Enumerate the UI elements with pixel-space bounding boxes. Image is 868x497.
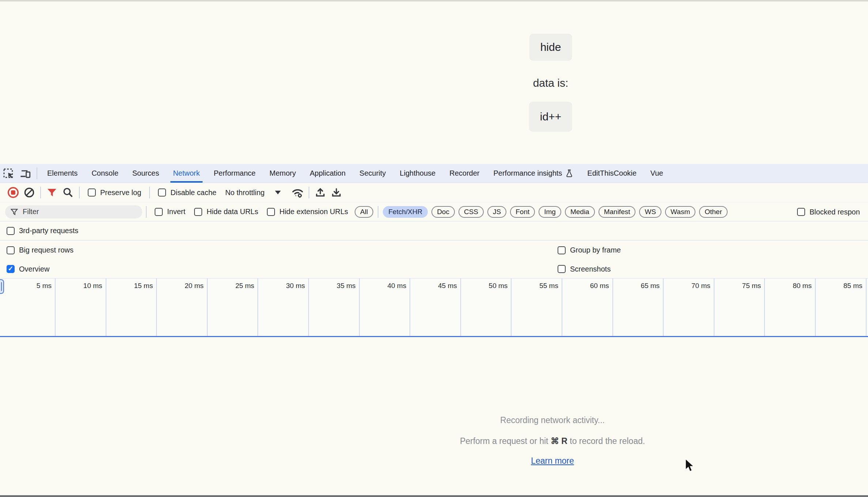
type-filter-doc[interactable]: Doc xyxy=(431,206,455,218)
overview-drag-handle[interactable] xyxy=(0,279,4,294)
third-party-checkbox[interactable] xyxy=(7,227,15,235)
type-filter-css[interactable]: CSS xyxy=(458,206,484,218)
preserve-log-checkbox[interactable] xyxy=(88,188,96,197)
tab-console[interactable]: Console xyxy=(84,164,125,183)
overview-bottom-border xyxy=(0,336,868,337)
clear-network-log-button[interactable] xyxy=(21,184,37,201)
type-filter-media[interactable]: Media xyxy=(565,206,595,218)
tab-security[interactable]: Security xyxy=(352,164,393,183)
data-is-label: data is: xyxy=(533,77,569,89)
disable-cache-checkbox[interactable] xyxy=(158,188,166,197)
ruler-tick-label: 10 ms xyxy=(83,279,106,336)
ruler-tick-label: 85 ms xyxy=(844,279,866,336)
inspect-element-button[interactable] xyxy=(0,164,17,183)
toolbar-separator xyxy=(149,187,150,198)
network-conditions-button[interactable] xyxy=(290,184,306,201)
type-filter-other[interactable]: Other xyxy=(699,206,728,218)
throttling-select[interactable]: No throttling xyxy=(225,188,281,197)
type-filter-wasm[interactable]: Wasm xyxy=(665,206,695,218)
type-filter-js[interactable]: JS xyxy=(487,206,506,218)
type-filter-img[interactable]: Img xyxy=(539,206,561,218)
flask-icon xyxy=(565,169,573,178)
tab-sources[interactable]: Sources xyxy=(125,164,166,183)
hide-data-urls-checkbox[interactable] xyxy=(194,208,202,216)
type-filter-fetch-xhr[interactable]: Fetch/XHR xyxy=(383,206,428,218)
export-har-button[interactable] xyxy=(328,184,344,201)
panel-tabs: ElementsConsoleSourcesNetworkPerformance… xyxy=(40,164,670,183)
big-request-rows-option[interactable]: Big request rows xyxy=(7,246,73,254)
type-filter-all[interactable]: All xyxy=(355,206,373,218)
ruler-cell: 70 ms xyxy=(664,279,714,336)
tab-performance-insights[interactable]: Performance insights xyxy=(486,164,580,183)
group-by-frame-checkbox[interactable] xyxy=(558,246,566,254)
type-filter-ws[interactable]: WS xyxy=(639,206,661,218)
filter-input[interactable]: Filter xyxy=(5,205,142,218)
group-by-frame-option[interactable]: Group by frame xyxy=(558,240,621,260)
tab-label: Elements xyxy=(47,169,78,178)
network-overview-timeline[interactable]: 5 ms10 ms15 ms20 ms25 ms30 ms35 ms40 ms4… xyxy=(0,278,868,336)
ruler-cell: 40 ms xyxy=(360,279,411,336)
ruler-tick-label: 20 ms xyxy=(185,279,207,336)
wifi-gear-icon xyxy=(291,186,304,199)
increment-id-button[interactable]: id++ xyxy=(529,102,572,132)
screenshots-checkbox[interactable] xyxy=(558,265,566,273)
type-filter-font[interactable]: Font xyxy=(510,206,535,218)
ruler-tick-label: 40 ms xyxy=(387,279,410,336)
chevron-down-icon xyxy=(275,191,281,194)
inspect-cursor-icon xyxy=(3,168,14,179)
tab-application[interactable]: Application xyxy=(303,164,352,183)
toolbar-separator xyxy=(309,187,309,198)
import-har-button[interactable] xyxy=(312,184,328,201)
hide-data-urls-label: Hide data URLs xyxy=(207,208,258,216)
tab-elements[interactable]: Elements xyxy=(40,164,84,183)
toolbar-separator xyxy=(40,187,41,198)
big-request-rows-checkbox[interactable] xyxy=(7,246,15,254)
preserve-log-option[interactable]: Preserve log xyxy=(88,188,141,197)
overview-option[interactable]: Overview xyxy=(7,265,49,273)
blocked-response-cookies-checkbox[interactable] xyxy=(797,208,805,216)
tab-label: Sources xyxy=(132,169,159,178)
tab-label: Console xyxy=(91,169,118,178)
ruler-tick-label: 80 ms xyxy=(793,279,815,336)
learn-more-link[interactable]: Learn more xyxy=(531,456,574,466)
tab-memory[interactable]: Memory xyxy=(263,164,303,183)
hide-extension-urls-checkbox[interactable] xyxy=(267,208,275,216)
overview-checkbox[interactable] xyxy=(7,265,15,273)
ruler-tick-label: 45 ms xyxy=(438,279,460,336)
tab-network[interactable]: Network xyxy=(166,164,207,183)
tab-performance[interactable]: Performance xyxy=(207,164,263,183)
preserve-log-label: Preserve log xyxy=(100,188,141,197)
tab-label: Network xyxy=(173,169,200,178)
filter-placeholder: Filter xyxy=(23,208,39,216)
filter-toggle-button[interactable] xyxy=(44,184,60,201)
search-button[interactable] xyxy=(60,184,76,201)
invert-label: Invert xyxy=(167,208,185,216)
tab-lighthouse[interactable]: Lighthouse xyxy=(393,164,442,183)
invert-option[interactable]: Invert xyxy=(155,208,185,216)
disable-cache-option[interactable]: Disable cache xyxy=(158,188,216,197)
tab-bar-separator xyxy=(37,168,37,179)
third-party-option[interactable]: 3rd-party requests xyxy=(7,227,78,235)
blocked-response-cookies-option[interactable]: Blocked respon xyxy=(797,202,860,221)
ruler-cell: 10 ms xyxy=(56,279,106,336)
recording-status-text: Recording network activity... xyxy=(500,415,605,425)
hide-data-urls-option[interactable]: Hide data URLs xyxy=(194,208,258,216)
toggle-device-toolbar-button[interactable] xyxy=(17,164,34,183)
tab-recorder[interactable]: Recorder xyxy=(442,164,486,183)
ruler-tick-label: 60 ms xyxy=(590,279,612,336)
tab-label: Lighthouse xyxy=(400,169,435,178)
tab-editthiscookie[interactable]: EditThisCookie xyxy=(580,164,644,183)
ruler-cell: 80 ms xyxy=(765,279,816,336)
request-type-filters: AllFetch/XHRDocCSSJSFontImgMediaManifest… xyxy=(355,206,728,218)
type-filter-manifest[interactable]: Manifest xyxy=(599,206,636,218)
clear-icon xyxy=(23,187,35,198)
record-network-log-button[interactable] xyxy=(5,184,21,201)
search-icon xyxy=(62,187,74,198)
screenshots-option[interactable]: Screenshots xyxy=(558,260,611,278)
tab-label: Application xyxy=(310,169,346,178)
ruler-cell: 55 ms xyxy=(512,279,562,336)
hide-extension-urls-option[interactable]: Hide extension URLs xyxy=(267,208,348,216)
tab-vue[interactable]: Vue xyxy=(644,164,670,183)
hide-button[interactable]: hide xyxy=(529,34,572,61)
invert-checkbox[interactable] xyxy=(155,208,163,216)
